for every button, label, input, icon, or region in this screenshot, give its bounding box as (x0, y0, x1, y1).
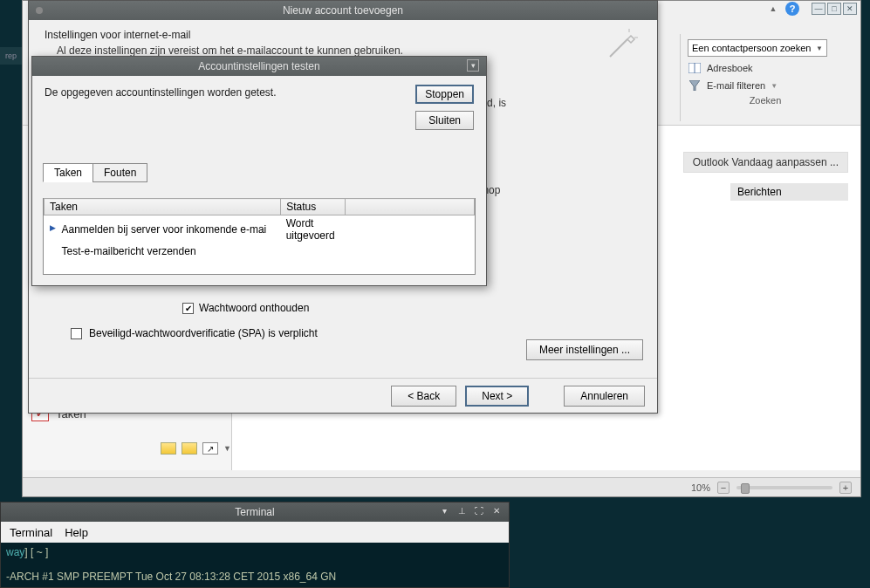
customize-today-button[interactable]: Outlook Vandaag aanpassen ... (683, 152, 848, 173)
addressbook-icon (688, 62, 702, 74)
task-row: Test-e-mailbericht verzenden (45, 243, 475, 259)
tab-bar: Taken Fouten (43, 163, 147, 182)
tab-errors[interactable]: Fouten (92, 163, 147, 182)
shortcut-icon[interactable]: ↗ (202, 442, 218, 455)
dialog-title: Nieuw account toevoegen (283, 4, 403, 17)
remember-password-row: ✔ Wachtwoord onthouden (182, 302, 309, 314)
spa-checkbox[interactable] (71, 328, 82, 339)
terminal-output[interactable]: way] [ ~ ] -ARCH #1 SMP PREEMPT Tue Oct … (1, 543, 509, 587)
next-button[interactable]: Next > (465, 386, 529, 407)
addressbook-button[interactable]: Adresboek (688, 62, 843, 74)
task-table: Taken Status Aanmelden bij server voor i… (43, 198, 476, 275)
zoom-in-button[interactable]: + (839, 482, 852, 494)
test-account-dialog: Accountinstellingen testen ▾ De opgegeve… (31, 56, 487, 286)
folder-icon[interactable] (182, 442, 197, 455)
back-button[interactable]: < Back (391, 386, 456, 407)
cancel-button[interactable]: Annuleren (564, 386, 645, 407)
funnel-icon (688, 79, 702, 92)
rollup-button[interactable]: ▾ (437, 504, 451, 516)
status-bar: 10% − + (23, 477, 860, 496)
contact-search-input[interactable]: Een contactpersoon zoeken ▼ (688, 39, 827, 57)
terminal-menubar: Terminal Help (1, 522, 509, 543)
email-filter-button[interactable]: E-mail filteren ▼ (688, 79, 843, 92)
terminal-window: Terminal ▾ ⊥ ⛶ ✕ Terminal Help way] [ ~ … (0, 502, 510, 588)
help-icon[interactable]: ? (785, 2, 799, 16)
dialog-subheading: Al deze instellingen zijn vereist om het… (57, 44, 641, 57)
minimize-button[interactable]: ⊥ (455, 504, 469, 516)
maximize-button[interactable]: ⛶ (472, 504, 486, 516)
chevron-up-icon[interactable]: ▲ (768, 3, 778, 14)
test-dialog-title: Accountinstellingen testen (198, 60, 319, 72)
caret-down-icon[interactable]: ▼ (223, 444, 231, 453)
svg-line-3 (610, 39, 627, 57)
col-tasks[interactable]: Taken (45, 199, 281, 215)
dialog-header: Instellingen voor internet-e-mail Al dez… (29, 20, 657, 57)
tab-tasks[interactable]: Taken (43, 163, 93, 182)
spa-label: Beveiligd-wachtwoordverificatie (SPA) is… (89, 327, 318, 339)
svg-marker-2 (689, 80, 700, 91)
taskbar-item[interactable]: rep (0, 47, 22, 65)
rollup-button[interactable]: ▾ (467, 59, 479, 72)
task-row: Aanmelden bij server voor inkomende e-ma… (45, 215, 475, 244)
zoom-slider[interactable] (736, 486, 832, 489)
contact-search-label: Een contactpersoon zoeken (692, 43, 811, 53)
svg-marker-4 (627, 36, 634, 43)
col-spacer (346, 199, 475, 215)
remember-password-label: Wachtwoord onthouden (199, 302, 309, 314)
maximize-button[interactable]: □ (827, 3, 841, 15)
dialog-footer: < Back Next > Annuleren (29, 378, 657, 413)
menu-terminal[interactable]: Terminal (10, 526, 52, 539)
menu-help[interactable]: Help (65, 526, 88, 539)
dialog-heading: Instellingen voor internet-e-mail (45, 29, 641, 41)
minimize-button[interactable]: — (812, 3, 825, 15)
close-button[interactable]: ✕ (490, 504, 504, 516)
titlebar-dot-icon (36, 7, 43, 14)
dialog-titlebar[interactable]: Nieuw account toevoegen (29, 1, 657, 20)
remember-password-checkbox[interactable]: ✔ (182, 303, 194, 314)
terminal-titlebar[interactable]: Terminal ▾ ⊥ ⛶ ✕ (1, 503, 509, 522)
close-button[interactable]: Sluiten (415, 111, 474, 130)
caret-down-icon: ▼ (771, 82, 778, 90)
folder-icon[interactable] (161, 442, 176, 455)
folder-icons: ↗ ▼ (161, 442, 231, 455)
spa-row: Beveiligd-wachtwoordverificatie (SPA) is… (71, 327, 318, 339)
ribbon-group-label: Zoeken (688, 95, 843, 106)
zoom-value: 10% (691, 482, 710, 493)
test-dialog-titlebar[interactable]: Accountinstellingen testen ▾ (32, 57, 486, 76)
col-status[interactable]: Status (281, 199, 346, 215)
caret-down-icon: ▼ (816, 44, 823, 52)
zoom-out-button[interactable]: − (717, 482, 730, 494)
more-settings-button[interactable]: Meer instellingen ... (526, 339, 643, 360)
stop-button[interactable]: Stoppen (415, 85, 474, 104)
ribbon-search-group: Een contactpersoon zoeken ▼ Adresboek E-… (680, 34, 850, 121)
test-status-message: De opgegeven accountinstellingen worden … (45, 86, 474, 99)
berichten-heading: Berichten (730, 183, 848, 201)
cursor-arrow-icon (605, 27, 640, 62)
terminal-title: Terminal (235, 506, 274, 518)
close-button[interactable]: ✕ (843, 3, 857, 15)
